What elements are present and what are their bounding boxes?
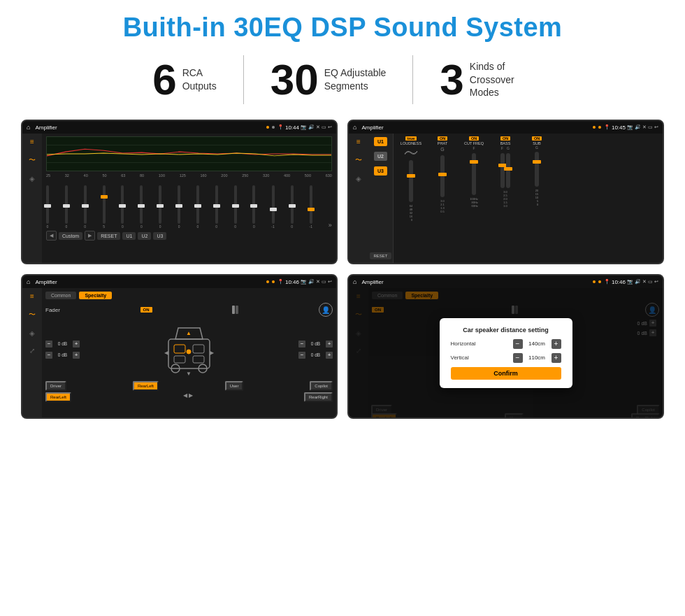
driver-btn[interactable]: Driver [45,381,66,391]
speaker-icon[interactable]: ◈ [29,175,35,182]
slider-expand: » [329,222,332,229]
dsp-u3-btn[interactable]: U3 [374,166,387,176]
eq-icon-3[interactable]: ≡ [30,292,34,300]
dialog-overlay: Car speaker distance setting Horizontal … [349,288,663,417]
cutfreq-slider[interactable] [472,153,476,195]
screen1-content: ≡ 〜 ◈ [22,134,336,263]
sub-on[interactable]: ON [532,136,542,141]
speaker-icon-2[interactable]: ◈ [356,175,361,182]
rearleft-btn[interactable]: RearLeft [45,392,71,402]
rr-plus[interactable]: + [326,352,333,359]
bass-slider-g[interactable] [506,153,510,188]
home-icon-3[interactable]: ⌂ [27,278,30,285]
speaker-icon-3[interactable]: ◈ [29,329,35,337]
confirm-button[interactable]: Confirm [451,367,561,380]
dialog-title: Car speaker distance setting [451,327,561,334]
wave-icon[interactable]: 〜 [29,155,36,165]
dsp-u1-btn[interactable]: U1 [374,137,387,146]
eq-mode-label[interactable]: Custom [59,232,82,240]
screen2-content: ≡ 〜 ◈ U1 U2 U3 RESET true LOUDNESS [349,134,663,263]
tab-common[interactable]: Common [45,292,76,299]
dsp-phat: ON PHAT G 3.02.11.30.5 [428,136,457,213]
tab-specialty[interactable]: Specialty [79,292,112,299]
eq-next-button[interactable]: ▶ [85,231,95,241]
wave-icon-2[interactable]: 〜 [355,155,362,165]
eq-u3-button[interactable]: U3 [153,232,166,240]
bass-on[interactable]: ON [500,136,510,141]
right-arr[interactable]: ▶ [189,392,193,402]
fl-plus[interactable]: + [73,341,80,348]
wave-icon-3[interactable]: 〜 [29,310,36,320]
rearright-btn[interactable]: RearRight [304,392,333,402]
rl-minus[interactable]: − [45,352,52,359]
home-icon-2[interactable]: ⌂ [353,124,356,131]
slider-col-13: 0 [291,185,294,229]
speaker-fl-ctrl: − 0 dB + [45,341,80,348]
user-btn[interactable]: User [225,381,244,391]
eq-graph [46,136,332,171]
speaker-rr-ctrl: − 0 dB + [298,352,333,359]
eq-u1-button[interactable]: U1 [122,232,136,240]
svg-text:▼: ▼ [186,371,192,377]
slider-col-12: -1 [271,185,274,229]
slider-col-2: 0 [84,185,87,229]
svg-rect-8 [174,356,185,363]
bass-slider-f[interactable] [500,153,505,188]
horizontal-minus[interactable]: − [513,339,523,349]
screen-dialog: ⌂ Amplifier 📍 10:46 📷🔊✕▭↩ ≡ 〜 ◈ ⤢ [347,274,664,419]
status-bar-1: ⌂ Amplifier 📍 10:44 📷🔊✕▭↩ [22,121,336,134]
horizontal-plus[interactable]: + [551,339,561,349]
fr-minus[interactable]: − [298,341,305,348]
rr-minus[interactable]: − [298,352,305,359]
sub-slider[interactable] [535,152,539,187]
status-icons-4: 📍 10:46 📷🔊✕▭↩ [604,279,658,285]
stat-crossover: 3 Kinds of Crossover Modes [413,58,558,101]
settings-circle[interactable]: 👤 [319,303,333,317]
eq-reset-button[interactable]: RESET [97,232,120,240]
fader-on-badge[interactable]: ON [140,307,152,313]
loudness-on[interactable]: true [405,136,417,141]
screens-grid: ⌂ Amplifier 📍 10:44 📷🔊✕▭↩ ≡ 〜 ◈ [21,120,664,419]
vertical-plus[interactable]: + [551,353,561,363]
phat-on[interactable]: ON [438,136,447,141]
right-speakers: − 0 dB + − 0 dB + [298,341,333,359]
vertical-minus[interactable]: − [513,353,523,363]
loudness-label: LOUDNESS [401,141,421,145]
arrows-icon-3[interactable]: ⤢ [29,347,35,354]
home-icon-1[interactable]: ⌂ [27,124,30,131]
home-icon-4[interactable]: ⌂ [353,278,356,285]
expand-icon[interactable]: » [329,222,332,229]
bass-label: BASS [500,141,511,145]
arrow-nav: ◀ ▶ [183,392,193,402]
dsp-bass: ON BASS FG 3.02.52.01. [491,136,520,208]
cutfreq-on[interactable]: ON [469,136,479,141]
all-btn[interactable]: RearLeft [133,381,159,391]
dialog-box: Car speaker distance setting Horizontal … [440,318,572,388]
cutfreq-label: CUT FREQ [464,141,484,145]
dsp-u2-btn[interactable]: U2 [374,152,387,161]
svg-rect-9 [193,356,204,363]
phat-slider[interactable] [440,155,445,197]
slider-track-0[interactable] [46,185,49,224]
fr-val: 0 dB [307,341,324,346]
loudness-slider[interactable] [409,160,413,202]
stat-desc-rca: RCA Outputs [182,66,217,93]
eq-icon[interactable]: ≡ [30,138,34,145]
left-arr[interactable]: ◀ [183,392,187,402]
dsp-reset-btn[interactable]: RESET [370,252,391,259]
slider-col-4: 0 [121,185,124,229]
stat-rca: 6 RCA Outputs [126,58,243,101]
copilot-btn[interactable]: Copilot [310,381,333,391]
eq-icon-2[interactable]: ≡ [356,138,361,145]
left-speakers: − 0 dB + − 0 dB + [45,341,80,359]
play-dot-1 [266,126,269,129]
fr-plus[interactable]: + [326,341,333,348]
fader-label: Fader [45,307,60,313]
eq-prev-button[interactable]: ◀ [46,231,57,241]
slider-col-10: 0 [234,185,237,229]
rl-plus[interactable]: + [73,352,80,359]
status-icons-2: 📍 10:45 📷🔊✕▭↩ [604,124,658,131]
eq-u2-button[interactable]: U2 [138,232,151,240]
slider-col-5: 0 [140,185,143,229]
fl-minus[interactable]: − [45,341,52,348]
